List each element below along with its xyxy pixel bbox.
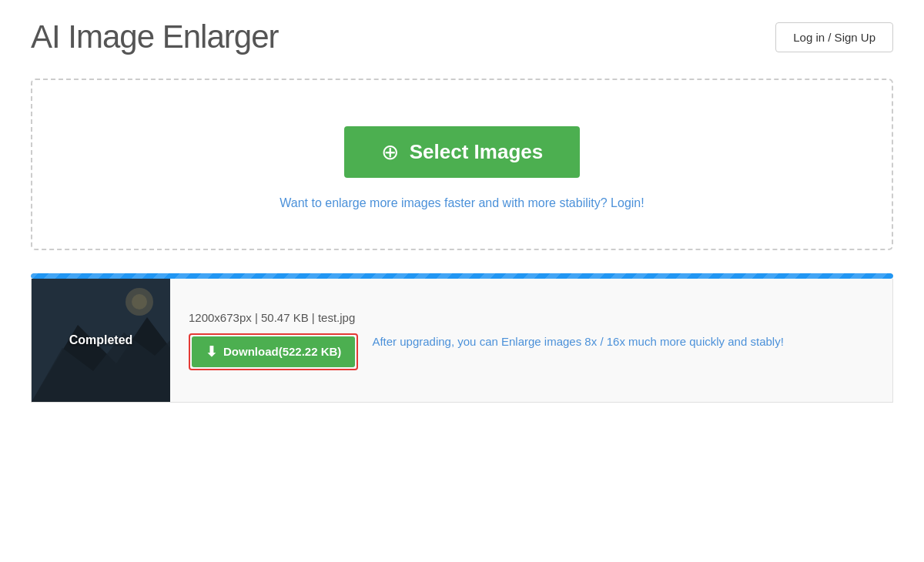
app-title: AI Image Enlarger: [31, 18, 279, 55]
download-button[interactable]: ⬇ Download(522.22 KB): [192, 336, 355, 367]
file-metadata: 1200x673px | 50.47 KB | test.jpg: [189, 311, 874, 324]
plus-circle-icon: ⊕: [381, 142, 399, 163]
login-signup-button[interactable]: Log in / Sign Up: [775, 22, 893, 52]
result-info-panel: 1200x673px | 50.47 KB | test.jpg ⬇ Downl…: [170, 279, 892, 402]
header: AI Image Enlarger Log in / Sign Up: [0, 0, 924, 71]
upgrade-hint-text: After upgrading, you can Enlarge images …: [372, 333, 783, 351]
progress-bar-fill: [31, 273, 893, 279]
actions-row: ⬇ Download(522.22 KB) After upgrading, y…: [189, 333, 874, 370]
upload-hint-text: Want to enlarge more images faster and w…: [280, 196, 644, 210]
progress-bar-container: [31, 273, 893, 279]
select-images-button[interactable]: ⊕ Select Images: [344, 126, 580, 178]
thumbnail-overlay: Completed: [32, 279, 170, 402]
result-card: Completed 1200x673px | 50.47 KB | test.j…: [31, 279, 893, 403]
download-button-label: Download(522.22 KB): [223, 345, 341, 358]
result-section: Completed 1200x673px | 50.47 KB | test.j…: [31, 273, 893, 403]
completed-label: Completed: [69, 333, 133, 347]
download-icon: ⬇: [206, 343, 217, 360]
upload-drop-zone[interactable]: ⊕ Select Images Want to enlarge more ima…: [31, 79, 893, 250]
download-button-wrapper: ⬇ Download(522.22 KB): [189, 333, 358, 370]
select-images-label: Select Images: [410, 140, 543, 164]
image-thumbnail: Completed: [32, 279, 170, 402]
